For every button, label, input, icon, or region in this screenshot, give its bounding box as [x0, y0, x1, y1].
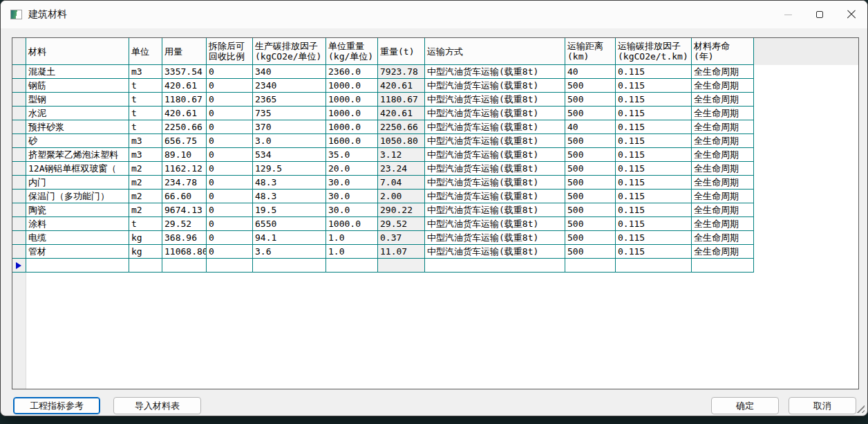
cell-amount[interactable]: 1162.12: [162, 162, 207, 176]
cell-amount[interactable]: 2250.66: [162, 120, 207, 134]
cell-recycle-ratio[interactable]: 0: [207, 134, 253, 148]
cell-unit-weight[interactable]: 1600.0: [326, 134, 378, 148]
cell-material[interactable]: 管材: [26, 245, 129, 259]
cell-weight[interactable]: 420.61: [378, 79, 425, 93]
cell-transport-factor[interactable]: 0.115: [616, 107, 692, 120]
import-button[interactable]: 导入材料表: [113, 397, 201, 414]
cell-recycle-ratio[interactable]: 0: [207, 176, 253, 190]
cell-unit[interactable]: kg: [129, 245, 162, 259]
ok-button[interactable]: 确定: [711, 397, 779, 414]
cell-weight[interactable]: 23.24: [378, 162, 425, 176]
cell-unit-weight[interactable]: 1.0: [326, 231, 378, 245]
cell-recycle-ratio[interactable]: 0: [207, 107, 253, 120]
row-header-cell[interactable]: [12, 148, 26, 162]
cell-transport-factor[interactable]: 0.115: [616, 93, 692, 107]
cell-weight[interactable]: 3.12: [378, 148, 425, 162]
cell-material[interactable]: 预拌砂浆: [26, 120, 129, 134]
cell-production-factor[interactable]: 2340: [253, 79, 326, 93]
cell-weight[interactable]: 2250.66: [378, 120, 425, 134]
cell-amount[interactable]: 9674.13: [162, 203, 207, 217]
row-header-cell[interactable]: [12, 245, 26, 259]
cell-lifespan[interactable]: 全生命周期: [692, 79, 754, 93]
cell-unit[interactable]: m2: [129, 162, 162, 176]
cell-material[interactable]: 12A钢铝单框双玻窗（: [26, 162, 129, 176]
row-header-cell[interactable]: [12, 79, 26, 93]
cell-unit[interactable]: m2: [129, 190, 162, 203]
cell-production-factor[interactable]: 735: [253, 107, 326, 120]
row-header-cell[interactable]: [12, 120, 26, 134]
row-header-cell[interactable]: [12, 134, 26, 148]
cell-transport-distance[interactable]: 500: [565, 134, 616, 148]
row-header-cell[interactable]: [12, 65, 26, 79]
cell-transport-factor[interactable]: 0.115: [616, 79, 692, 93]
cell-unit-weight[interactable]: 1.0: [326, 245, 378, 259]
cell-weight[interactable]: 0.37: [378, 231, 425, 245]
cell-unit[interactable]: t: [129, 217, 162, 231]
cell-unit-weight[interactable]: 1000.0: [326, 120, 378, 134]
cell-unit[interactable]: m3: [129, 148, 162, 162]
cell-recycle-ratio[interactable]: 0: [207, 79, 253, 93]
cell-transport-distance[interactable]: 500: [565, 148, 616, 162]
cell-production-factor[interactable]: 340: [253, 65, 326, 79]
cell-production-factor[interactable]: 6550: [253, 217, 326, 231]
cell-recycle-ratio[interactable]: 0: [207, 231, 253, 245]
cell-recycle-ratio[interactable]: 0: [207, 148, 253, 162]
cell-material[interactable]: 挤塑聚苯乙烯泡沫塑料: [26, 148, 129, 162]
cell-material[interactable]: 电缆: [26, 231, 129, 245]
row-header-cell[interactable]: [12, 190, 26, 203]
cell-material[interactable]: 涂料: [26, 217, 129, 231]
cell-material[interactable]: 陶瓷: [26, 203, 129, 217]
cell-weight[interactable]: 2.00: [378, 190, 425, 203]
cell-unit-weight[interactable]: [326, 259, 378, 273]
cell-amount[interactable]: 1180.67: [162, 93, 207, 107]
cell-transport-mode[interactable]: 中型汽油货车运输(载重8t): [425, 231, 565, 245]
cell-recycle-ratio[interactable]: 0: [207, 217, 253, 231]
cell-lifespan[interactable]: [692, 259, 754, 273]
cell-transport-mode[interactable]: 中型汽油货车运输(载重8t): [425, 162, 565, 176]
cell-unit[interactable]: [129, 259, 162, 273]
reference-button[interactable]: 工程指标参考: [13, 397, 100, 414]
cell-transport-factor[interactable]: 0.115: [616, 217, 692, 231]
cell-transport-mode[interactable]: 中型汽油货车运输(载重8t): [425, 148, 565, 162]
cell-transport-distance[interactable]: 500: [565, 245, 616, 259]
cell-unit[interactable]: t: [129, 107, 162, 120]
cell-amount[interactable]: 234.78: [162, 176, 207, 190]
cell-material[interactable]: 砂: [26, 134, 129, 148]
cell-lifespan[interactable]: 全生命周期: [692, 231, 754, 245]
cell-lifespan[interactable]: 全生命周期: [692, 176, 754, 190]
cell-transport-mode[interactable]: 中型汽油货车运输(载重8t): [425, 217, 565, 231]
cell-transport-distance[interactable]: 500: [565, 162, 616, 176]
cell-lifespan[interactable]: 全生命周期: [692, 217, 754, 231]
cell-lifespan[interactable]: 全生命周期: [692, 203, 754, 217]
maximize-button[interactable]: [804, 1, 836, 28]
cell-lifespan[interactable]: 全生命周期: [692, 107, 754, 120]
cell-transport-distance[interactable]: 500: [565, 231, 616, 245]
cell-recycle-ratio[interactable]: 0: [207, 120, 253, 134]
cell-unit[interactable]: t: [129, 79, 162, 93]
cell-material[interactable]: 钢筋: [26, 79, 129, 93]
cell-weight[interactable]: 7923.78: [378, 65, 425, 79]
cell-material[interactable]: 混凝土: [26, 65, 129, 79]
cell-lifespan[interactable]: 全生命周期: [692, 134, 754, 148]
cell-unit[interactable]: m2: [129, 176, 162, 190]
cell-weight[interactable]: 1050.80: [378, 134, 425, 148]
cell-lifespan[interactable]: 全生命周期: [692, 120, 754, 134]
cell-production-factor[interactable]: 48.3: [253, 190, 326, 203]
cell-production-factor[interactable]: 19.5: [253, 203, 326, 217]
cell-lifespan[interactable]: 全生命周期: [692, 190, 754, 203]
cell-transport-factor[interactable]: 0.115: [616, 203, 692, 217]
cell-transport-factor[interactable]: 0.115: [616, 231, 692, 245]
cell-transport-mode[interactable]: 中型汽油货车运输(载重8t): [425, 134, 565, 148]
cell-transport-factor[interactable]: 0.115: [616, 245, 692, 259]
cell-weight[interactable]: 7.04: [378, 176, 425, 190]
cell-production-factor[interactable]: 48.3: [253, 176, 326, 190]
cell-transport-distance[interactable]: [565, 259, 616, 273]
cell-amount[interactable]: 66.60: [162, 190, 207, 203]
cell-production-factor[interactable]: 370: [253, 120, 326, 134]
minimize-button[interactable]: [772, 1, 804, 28]
cell-transport-factor[interactable]: [616, 259, 692, 273]
cell-material[interactable]: 内门: [26, 176, 129, 190]
cell-transport-mode[interactable]: 中型汽油货车运输(载重8t): [425, 190, 565, 203]
cell-unit-weight[interactable]: 30.0: [326, 190, 378, 203]
cell-production-factor[interactable]: 129.5: [253, 162, 326, 176]
